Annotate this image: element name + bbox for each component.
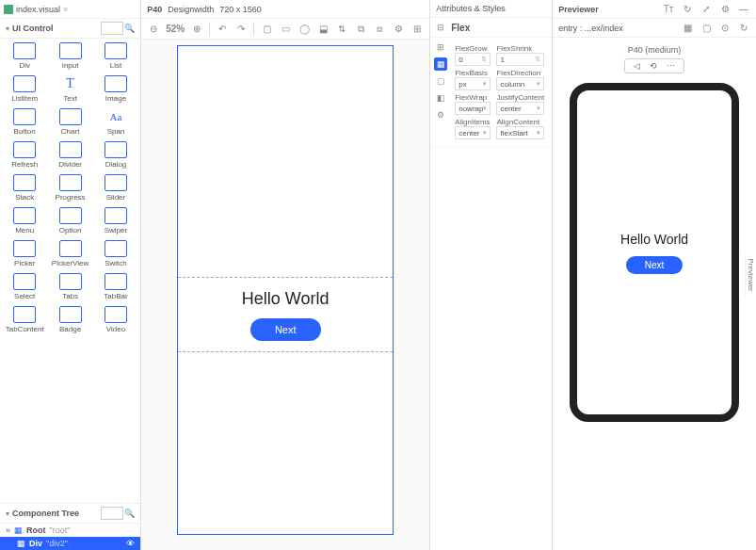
tool-icon[interactable]: ⊞ <box>410 23 424 36</box>
div-icon <box>13 42 36 59</box>
more-icon[interactable]: ⋯ <box>664 61 678 71</box>
field-input[interactable]: px▾ <box>455 77 491 90</box>
control-listitem[interactable]: ListItem <box>4 75 45 103</box>
zoom-out-icon[interactable]: ⊖ <box>147 23 160 36</box>
attrs-cat-icon[interactable]: ◧ <box>434 91 447 105</box>
expand-icon[interactable]: » <box>6 526 10 535</box>
chevron-down-icon[interactable]: ▾ <box>537 129 540 137</box>
control-badge[interactable]: Badge <box>50 306 91 333</box>
component-type: Flex <box>451 23 470 33</box>
tool-icon[interactable]: ▭ <box>279 23 292 36</box>
eye-icon[interactable]: 👁 <box>126 539 135 548</box>
control-tabs[interactable]: Tabs <box>50 273 91 300</box>
attrs-cat-icon[interactable]: ▢ <box>434 74 447 88</box>
ui-control-search[interactable] <box>101 22 123 35</box>
undo-icon[interactable]: ↶ <box>216 23 229 36</box>
selected-element[interactable]: Hello World Next <box>178 277 393 352</box>
tool-icon[interactable]: ⧈ <box>373 23 386 36</box>
previewer-side-tab[interactable]: Previewer <box>745 254 756 296</box>
editor-tabs: index.visual × <box>0 0 140 19</box>
field-input[interactable]: 0⇅ <box>455 53 491 66</box>
minimize-icon[interactable]: — <box>737 3 750 16</box>
control-stack[interactable]: Stack <box>4 174 45 202</box>
attrs-tab-icon[interactable]: ⊟ <box>434 21 447 34</box>
chevron-down-icon[interactable]: ▾ <box>483 105 487 112</box>
preview-next-button[interactable]: Next <box>626 256 684 274</box>
control-swiper[interactable]: Swiper <box>95 207 137 235</box>
layout-icon[interactable]: ▦ <box>681 22 694 35</box>
field-input[interactable]: nowrap▾ <box>455 102 491 115</box>
field-input[interactable]: center▾ <box>496 102 544 115</box>
control-menu[interactable]: Menu <box>4 207 45 235</box>
control-chart[interactable]: Chart <box>50 108 91 136</box>
control-label: Dialog <box>105 160 127 169</box>
tree-node-root[interactable]: » ▦ Root "root" <box>0 524 140 537</box>
rotate-icon[interactable]: ⟲ <box>647 61 660 71</box>
picker-icon <box>13 240 36 257</box>
chevron-down-icon[interactable]: ▾ <box>483 129 487 137</box>
control-video[interactable]: Video <box>95 306 137 333</box>
control-option[interactable]: Option <box>50 207 91 235</box>
control-label: Progress <box>56 193 86 202</box>
stepper-icon[interactable]: ⇅ <box>481 56 487 63</box>
control-dialog[interactable]: Dialog <box>95 141 137 169</box>
canvas-size: 720 x 1560 <box>219 5 262 14</box>
control-list[interactable]: List <box>95 42 137 70</box>
chevron-down-icon[interactable]: ▾ <box>483 80 487 88</box>
control-progress[interactable]: Progress <box>50 174 91 202</box>
next-button[interactable]: Next <box>250 318 321 341</box>
attrs-cat-icon[interactable]: ⚙ <box>434 108 447 121</box>
close-icon[interactable]: × <box>63 5 68 14</box>
field-input[interactable]: center▾ <box>455 126 491 139</box>
switch-icon <box>105 240 127 257</box>
refresh-icon[interactable]: ↻ <box>737 22 750 35</box>
search-icon[interactable]: 🔍 <box>123 23 135 34</box>
grid-icon[interactable]: ▢ <box>700 22 713 35</box>
stepper-icon[interactable]: ⇅ <box>535 56 540 63</box>
control-text[interactable]: TText <box>50 75 91 103</box>
field-input[interactable]: 1⇅ <box>496 53 544 66</box>
field-input[interactable]: flexStart▾ <box>496 126 544 139</box>
file-tab[interactable]: index.visual × <box>4 5 68 14</box>
attrs-cat-icon[interactable]: ⊞ <box>434 40 447 54</box>
settings-icon[interactable]: ⚙ <box>718 3 732 16</box>
control-tabcontent[interactable]: TabContent <box>4 306 45 333</box>
settings-icon[interactable]: ⚙ <box>392 23 405 36</box>
field-flexdirection: FlexDirectioncolumn▾ <box>496 69 544 90</box>
control-image[interactable]: Image <box>95 75 137 103</box>
search-icon[interactable]: 🔍 <box>123 508 135 519</box>
control-picker[interactable]: Picker <box>4 240 45 267</box>
control-div[interactable]: Div <box>4 42 45 70</box>
control-pickerview[interactable]: PickerView <box>50 240 91 267</box>
control-input[interactable]: Input <box>50 42 91 70</box>
zoom-in-icon[interactable]: ⊕ <box>190 23 203 36</box>
expand-icon[interactable]: ⤢ <box>700 3 713 16</box>
design-canvas[interactable]: Hello World Next <box>141 40 429 550</box>
control-select[interactable]: Select <box>4 273 45 300</box>
chevron-down-icon[interactable]: ▾ <box>537 80 540 88</box>
control-span[interactable]: AaSpan <box>95 108 137 136</box>
preview-phone: Hello World Next <box>570 83 739 422</box>
refresh-icon[interactable]: ↻ <box>681 3 694 16</box>
tool-icon[interactable]: ◯ <box>298 23 311 36</box>
tool-icon[interactable]: ▢ <box>260 23 273 36</box>
redo-icon[interactable]: ↷ <box>234 23 248 36</box>
control-divider[interactable]: Divider <box>50 141 91 169</box>
control-slider[interactable]: Slider <box>95 174 137 202</box>
control-button[interactable]: Button <box>4 108 45 136</box>
back-icon[interactable]: ◁ <box>631 61 643 71</box>
control-refresh[interactable]: Refresh <box>4 141 45 169</box>
tool-icon[interactable]: ⬓ <box>316 23 330 36</box>
tool-icon[interactable]: ⇅ <box>335 23 348 36</box>
tree-search[interactable] <box>101 507 123 520</box>
font-icon[interactable]: Tт <box>662 3 675 16</box>
zoom-icon[interactable]: ⊙ <box>718 22 732 35</box>
tool-icon[interactable]: ⧉ <box>354 23 367 36</box>
control-tabbar[interactable]: TabBar <box>95 273 137 300</box>
field-input[interactable]: column▾ <box>496 77 544 90</box>
control-switch[interactable]: Switch <box>95 240 137 267</box>
chevron-down-icon[interactable]: ▾ <box>537 105 540 112</box>
attrs-cat-icon[interactable]: ▦ <box>434 57 447 71</box>
tree-node-div[interactable]: ▦ Div "div2" 👁 <box>0 537 140 550</box>
device-frame[interactable]: Hello World Next <box>177 45 394 535</box>
